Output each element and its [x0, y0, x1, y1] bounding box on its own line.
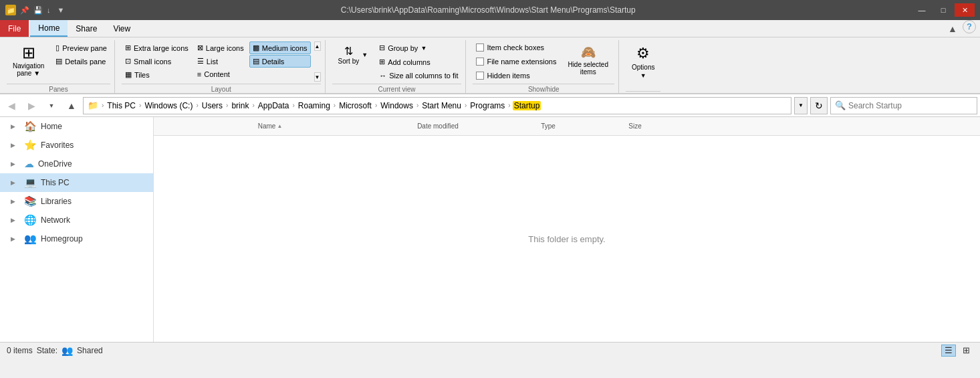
sidebar-item-onedrive[interactable]: ▶ ☁ OneDrive: [0, 155, 153, 173]
panes-label: Panes: [7, 84, 110, 93]
close-button[interactable]: ✕: [955, 3, 975, 17]
layout-scroll-up[interactable]: ▲: [314, 41, 321, 51]
group-by-button[interactable]: ⊟ Group by ▼: [376, 41, 461, 54]
sidebar-item-homegroup[interactable]: ▶ 👥 Homegroup: [0, 229, 153, 248]
file-name-extensions-label: File name extensions: [487, 58, 556, 66]
small-icons-button[interactable]: ⊡ Small icons: [122, 55, 192, 68]
sort-by-label: Sort by: [338, 58, 360, 65]
breadcrumb-programs[interactable]: Programs: [469, 101, 506, 110]
tiles-button[interactable]: ▦ Tiles: [122, 68, 192, 81]
breadcrumb-microsoft[interactable]: Microsoft: [338, 101, 373, 110]
breadcrumb-windows2[interactable]: Windows: [379, 101, 414, 110]
menu-file[interactable]: File: [0, 20, 29, 37]
ribbon-up-btn[interactable]: ▲: [944, 20, 961, 37]
column-size[interactable]: Size: [602, 117, 668, 135]
large-icons-button[interactable]: ⊠ Large icons: [194, 41, 247, 54]
column-name[interactable]: Name ▲: [154, 117, 381, 135]
sidebar-item-network[interactable]: ▶ 🌐 Network: [0, 211, 153, 229]
sidebar-this-pc-icon: 💻: [24, 177, 37, 189]
sidebar-expand-libraries: ▶: [11, 198, 20, 205]
breadcrumb-roaming[interactable]: Roaming: [297, 101, 332, 110]
column-type[interactable]: Type: [495, 117, 602, 135]
options-button[interactable]: ⚙ Options ▼: [626, 41, 660, 82]
layout-group-content: ⊞ Extra large icons ⊡ Small icons ▦ Tile…: [122, 41, 321, 82]
refresh-button[interactable]: ↻: [810, 97, 828, 114]
address-dropdown[interactable]: ▼: [794, 97, 808, 114]
size-columns-button[interactable]: ↔ Size all columns to fit: [376, 70, 461, 82]
content-button[interactable]: ≡ Content: [194, 68, 247, 80]
current-view-label: Current view: [332, 84, 462, 93]
layout-col1: ⊞ Extra large icons ⊡ Small icons ▦ Tile…: [122, 41, 192, 81]
sep7: ›: [374, 102, 378, 109]
layout-scroll-down[interactable]: ▼: [314, 72, 321, 82]
search-input[interactable]: [848, 101, 973, 110]
breadcrumb-brink[interactable]: brink: [230, 101, 250, 110]
hide-selected-button[interactable]: 🙈 Hide selecteditems: [562, 41, 614, 79]
menu-view[interactable]: View: [105, 20, 138, 37]
column-date-label: Date modified: [417, 122, 459, 130]
layout-col3: ▩ Medium icons ▤ Details: [249, 41, 311, 68]
minimize-button[interactable]: —: [912, 3, 932, 17]
status-bar: 0 items State: 👥 Shared ☰ ⊞: [0, 342, 980, 358]
sort-by-button[interactable]: ⇅ Sort by ▼: [332, 41, 374, 68]
title-bar-left: 📁 📌 💾 ↓ ▼: [5, 5, 64, 15]
maximize-button[interactable]: □: [933, 3, 953, 17]
show-hide-checkboxes: Item check boxes File name extensions Hi…: [473, 41, 560, 82]
details-view-button[interactable]: ☰: [941, 345, 956, 357]
forward-button[interactable]: ▶: [23, 97, 40, 114]
sidebar-expand-this-pc: ▶: [11, 179, 20, 186]
medium-icons-button[interactable]: ▩ Medium icons: [249, 41, 311, 54]
menu-share[interactable]: Share: [68, 20, 105, 37]
breadcrumb-startup[interactable]: Startup: [513, 101, 541, 110]
large-icons-view-button[interactable]: ⊞: [959, 345, 973, 357]
options-group-label: [626, 91, 660, 93]
small-icons-icon: ⊡: [125, 57, 131, 66]
navigation-pane-button[interactable]: ⊞ Navigationpane ▼: [7, 41, 50, 80]
column-date[interactable]: Date modified: [381, 117, 495, 135]
details-button[interactable]: ▤ Details: [249, 55, 311, 68]
quick-access-pin[interactable]: 📌: [20, 6, 29, 15]
layout-col2: ⊠ Large icons ☰ List ≡ Content: [194, 41, 247, 80]
sep2: ›: [195, 102, 199, 109]
recent-locations-button[interactable]: ▼: [43, 97, 60, 114]
breadcrumb-appdata[interactable]: AppData: [257, 101, 291, 110]
sidebar-home-icon: 🏠: [24, 120, 37, 132]
hidden-items-label: Hidden items: [487, 72, 529, 80]
sidebar-item-favorites[interactable]: ▶ ⭐ Favorites: [0, 136, 153, 155]
details-pane-button[interactable]: ▤ Details pane: [52, 55, 110, 68]
sidebar-libraries-label: Libraries: [41, 197, 72, 206]
preview-pane-button[interactable]: ▯ Preview pane: [52, 41, 110, 54]
sidebar-item-this-pc[interactable]: ▶ 💻 This PC: [0, 173, 153, 192]
status-state-label: State:: [37, 346, 57, 355]
tiles-label: Tiles: [134, 71, 150, 79]
up-button[interactable]: ▲: [63, 97, 80, 114]
menu-home[interactable]: Home: [30, 20, 68, 37]
breadcrumb-users[interactable]: Users: [201, 101, 224, 110]
sidebar-item-libraries[interactable]: ▶ 📚 Libraries: [0, 192, 153, 211]
status-state-value: Shared: [77, 346, 103, 355]
hidden-items-button[interactable]: Hidden items: [473, 70, 560, 82]
sidebar-expand-onedrive: ▶: [11, 161, 20, 167]
panes-group: ⊞ Navigationpane ▼ ▯ Preview pane ▤ Deta…: [3, 40, 115, 93]
sidebar-onedrive-icon: ☁: [24, 158, 34, 170]
breadcrumb-start-menu[interactable]: Start Menu: [420, 101, 463, 110]
sep3: ›: [225, 102, 229, 109]
file-name-extensions-button[interactable]: File name extensions: [473, 56, 560, 68]
panes-group-content: ⊞ Navigationpane ▼ ▯ Preview pane ▤ Deta…: [7, 41, 110, 82]
list-button[interactable]: ☰ List: [194, 55, 247, 68]
item-check-boxes-button[interactable]: Item check boxes: [473, 41, 560, 54]
sidebar-item-home[interactable]: ▶ 🏠 Home: [0, 117, 153, 136]
add-columns-button[interactable]: ⊞ Add columns: [376, 56, 461, 68]
breadcrumb-windows[interactable]: Windows (C:): [143, 101, 194, 110]
quick-access-more[interactable]: ▼: [57, 6, 65, 14]
quick-access-undo[interactable]: ↓: [47, 6, 51, 14]
quick-access-save[interactable]: 💾: [33, 6, 43, 15]
breadcrumb-this-pc[interactable]: This PC: [106, 101, 137, 110]
ribbon-help-btn[interactable]: ?: [963, 20, 976, 33]
sidebar-home-label: Home: [41, 122, 62, 131]
back-button[interactable]: ◀: [3, 97, 20, 114]
medium-icons-icon: ▩: [253, 43, 259, 52]
layout-group: ⊞ Extra large icons ⊡ Small icons ▦ Tile…: [118, 40, 326, 93]
current-view-content: ⇅ Sort by ▼ ⊟ Group by ▼ ⊞ Add columns: [332, 41, 462, 82]
extra-large-icons-button[interactable]: ⊞ Extra large icons: [122, 41, 192, 54]
